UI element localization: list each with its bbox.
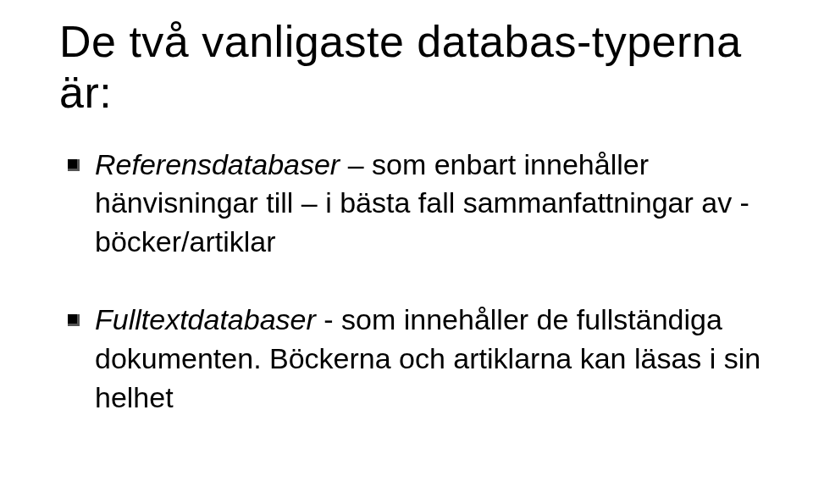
bullet-term: Referensdatabaser xyxy=(95,148,340,180)
list-item: Fulltextdatabaser - som innehåller de fu… xyxy=(59,301,762,418)
slide: De två vanligaste databas-typerna är: Re… xyxy=(0,0,813,504)
list-item: Referensdatabaser – som enbart innehålle… xyxy=(59,146,762,263)
slide-title: De två vanligaste databas-typerna är: xyxy=(59,17,762,119)
bullet-connector: – xyxy=(340,148,372,180)
bullet-connector: - xyxy=(316,303,341,335)
bullet-term: Fulltextdatabaser xyxy=(95,303,316,335)
bullet-list: Referensdatabaser – som enbart innehålle… xyxy=(59,146,762,418)
